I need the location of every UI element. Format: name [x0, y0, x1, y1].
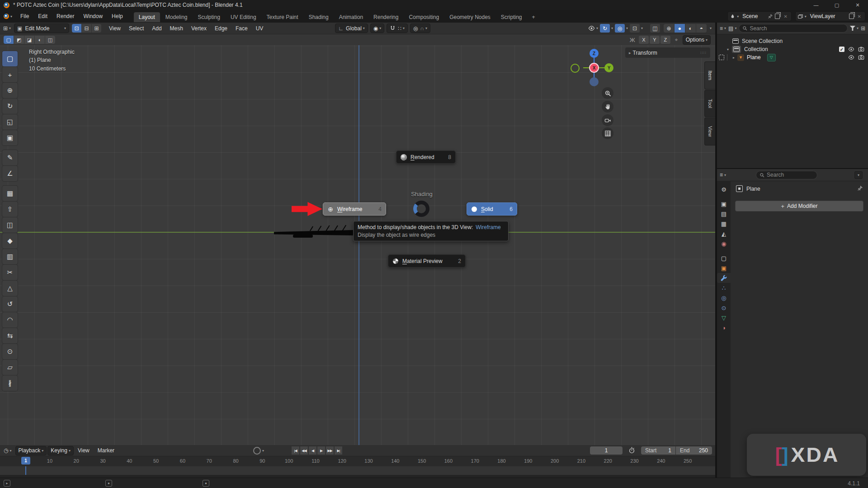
select-mode-set[interactable]: ▢	[4, 36, 14, 44]
toggle-ortho-button[interactable]	[602, 127, 613, 139]
tool-rip-region[interactable]: ∦	[2, 375, 18, 391]
tool-transform[interactable]: ▣	[2, 130, 18, 145]
tool-shear[interactable]: ▱	[2, 360, 18, 375]
gizmo-x-ball[interactable]: X	[589, 63, 599, 73]
hide-eye-icon[interactable]	[848, 54, 854, 61]
select-mode-invert[interactable]: ◐	[35, 36, 45, 44]
workspace-tab-compositing[interactable]: Compositing	[404, 12, 444, 22]
tool-inset-faces[interactable]: ◫	[2, 217, 18, 233]
tab-scene[interactable]: ◭	[717, 229, 731, 239]
editor-type-selector[interactable]: ⊞▾	[0, 25, 14, 32]
menu-window[interactable]: Window	[79, 10, 107, 23]
tool-shrink-fatten[interactable]: ⊙	[2, 344, 18, 359]
menu-edit[interactable]: Edit	[33, 10, 52, 23]
workspace-tab-geometry-nodes[interactable]: Geometry Nodes	[444, 12, 495, 22]
viewport-menu-add[interactable]: Add	[148, 25, 165, 32]
viewlayer-selector[interactable]: ▾ ViewLayer ✕	[795, 11, 865, 21]
tool-knife[interactable]: ✂	[2, 265, 18, 280]
viewport-menu-mesh[interactable]: Mesh	[166, 25, 187, 32]
tab-collection[interactable]: ▢	[717, 253, 731, 263]
jump-to-start-button[interactable]: |◀	[292, 446, 299, 455]
gizmo-y-ball[interactable]: Y	[604, 63, 613, 72]
timeline-ruler[interactable]: 1 10203040506070809010011012013014015016…	[0, 456, 715, 466]
minimize-button[interactable]: —	[806, 0, 826, 10]
viewport-menu-vertex[interactable]: Vertex	[187, 25, 211, 32]
tool-rotate[interactable]: ↻	[2, 99, 18, 114]
maximize-button[interactable]: ▢	[826, 0, 847, 10]
tab-particles[interactable]: ∴	[717, 283, 731, 293]
material-preview-shading[interactable]: ◐	[685, 24, 696, 33]
stopwatch-icon[interactable]	[628, 447, 635, 454]
tool-edge-slide[interactable]: ⇆	[2, 328, 18, 343]
viewport-menu-uv[interactable]: UV	[252, 25, 268, 32]
zoom-button[interactable]	[602, 87, 613, 99]
options-dropdown[interactable]: Options ▾	[683, 35, 711, 45]
show-overlays-toggle[interactable]: ◎	[615, 24, 625, 33]
viewport-menu-select[interactable]: Select	[125, 25, 148, 32]
pie-item-solid[interactable]: Solid 6	[467, 202, 517, 216]
tab-object[interactable]: ▣	[717, 263, 731, 273]
mirror-axis-x[interactable]: X	[639, 36, 649, 44]
rendered-shading[interactable]: ◓	[696, 24, 707, 33]
close-button[interactable]: ✕	[847, 0, 868, 10]
timeline-track-area[interactable]	[0, 466, 715, 475]
viewport-menu-view[interactable]: View	[105, 25, 125, 32]
workspace-tab-animation[interactable]: Animation	[334, 12, 368, 22]
blender-menu-button[interactable]: ▾	[0, 14, 16, 19]
keying-dropdown[interactable]: Keying▾	[47, 446, 74, 455]
select-mode-subtract[interactable]: ◪	[24, 36, 34, 44]
workspace-tab-shading[interactable]: Shading	[304, 12, 334, 22]
workspace-tab-modeling[interactable]: Modeling	[160, 12, 193, 22]
tab-world[interactable]: ◉	[717, 239, 731, 249]
tool-loop-cut[interactable]: ▥	[2, 249, 18, 264]
tab-view-layer[interactable]: ▦	[717, 219, 731, 229]
tab-render[interactable]: ▣	[717, 199, 731, 209]
expand-icon[interactable]: ▸	[733, 56, 735, 60]
auto-key-record-icon[interactable]	[253, 447, 261, 455]
menu-help[interactable]: Help	[107, 10, 127, 23]
tool-add-cube[interactable]: ▦	[2, 186, 18, 201]
pivot-dropdown[interactable]: ◉▾	[370, 23, 385, 33]
new-viewlayer-icon[interactable]	[849, 14, 854, 19]
playhead-frame-badge[interactable]: 1	[21, 457, 30, 465]
render-visibility-icon[interactable]	[858, 46, 864, 52]
tool-move[interactable]: ⊕	[2, 83, 18, 98]
viewport-menu-edge[interactable]: Edge	[211, 25, 231, 32]
workspace-tab-sculpting[interactable]: Sculpting	[193, 12, 225, 22]
prev-keyframe-button[interactable]: ◀◀	[300, 446, 308, 455]
mode-dropdown[interactable]: ▣ Edit Mode ▾	[14, 23, 69, 33]
viewport-3d[interactable]: Right Orthographic (1) Plane 10 Centimet…	[0, 45, 715, 445]
outliner-filter-button[interactable]: ▾	[850, 26, 859, 31]
tool-extrude-region[interactable]: ⇧	[2, 202, 18, 217]
outliner-row-plane[interactable]: ▸ ▼ Plane ▽	[717, 53, 868, 61]
snap-controls[interactable]: ∷ ▾	[387, 23, 408, 33]
tab-physics[interactable]: ◎	[717, 293, 731, 303]
scene-selector[interactable]: ▾ Scene ✕	[727, 11, 791, 21]
toggle-xray-button[interactable]: ◫	[650, 24, 660, 33]
workspace-tab-scripting[interactable]: Scripting	[496, 12, 527, 22]
properties-search-input[interactable]: Search	[756, 171, 817, 179]
tab-constraints[interactable]: ⊙	[717, 303, 731, 313]
wireframe-shading[interactable]: ⊕	[664, 24, 674, 33]
collection-checkbox[interactable]: ✓	[839, 47, 844, 52]
tool-bevel[interactable]: ◆	[2, 233, 18, 249]
gizmo-neg-z-ball[interactable]	[590, 77, 599, 86]
transform-panel-header[interactable]: ▸ Transform ∷∷	[625, 47, 710, 58]
tool-poly-build[interactable]: △	[2, 281, 18, 296]
tab-object-data[interactable]: ▽	[717, 313, 731, 323]
tab-modifiers[interactable]	[717, 273, 731, 283]
menu-file[interactable]: File	[16, 10, 33, 23]
pin-icon[interactable]	[857, 185, 863, 191]
remove-viewlayer-icon[interactable]: ✕	[856, 14, 863, 19]
add-workspace-button[interactable]: +	[527, 12, 540, 22]
outliner-search-input[interactable]: Search	[739, 24, 848, 33]
menu-render[interactable]: Render	[52, 10, 79, 23]
play-button[interactable]: ▶	[317, 446, 325, 455]
hide-eye-icon[interactable]	[848, 46, 854, 52]
tool-scale[interactable]: ◱	[2, 114, 18, 130]
new-scene-icon[interactable]	[775, 14, 780, 19]
current-frame-field[interactable]: 1	[590, 446, 623, 455]
gizmo-neg-y-ball[interactable]	[571, 64, 580, 73]
viewport-menu-face[interactable]: Face	[231, 25, 252, 32]
outliner-row-scene-collection[interactable]: Scene Collection	[717, 37, 868, 45]
